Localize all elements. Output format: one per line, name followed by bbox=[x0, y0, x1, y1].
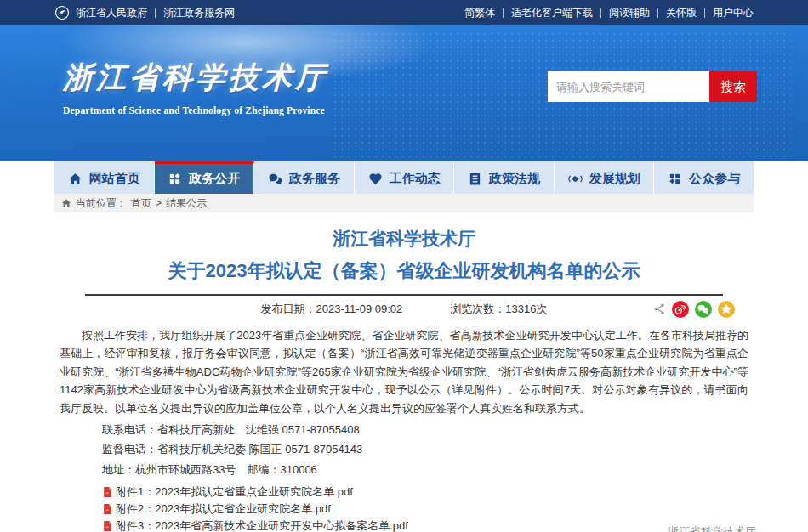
nav-item-policies[interactable]: 政策法规 bbox=[454, 161, 555, 194]
view-count-label: 浏览次数： bbox=[450, 303, 505, 315]
divider bbox=[657, 8, 658, 18]
nav-item-gov-disclosure[interactable]: 政务公开 bbox=[155, 161, 255, 194]
attachment-name: 附件2：2023年拟认定省企业研究院名单.pdf bbox=[116, 501, 331, 517]
attachment-link-1[interactable]: 附件1：2023年拟认定省重点企业研究院名单.pdf bbox=[102, 484, 748, 501]
breadcrumb-current: 结果公示 bbox=[166, 196, 207, 211]
article: 浙江省科学技术厅 关于2023年拟认定（备案）省级企业研发机构名单的公示 发布日… bbox=[54, 212, 754, 532]
wechat-icon[interactable] bbox=[695, 301, 712, 318]
pdf-icon bbox=[102, 520, 113, 532]
nav-item-public-participation[interactable]: 公众参与 bbox=[654, 161, 754, 194]
breadcrumb-label: 当前位置： bbox=[76, 196, 127, 211]
article-paragraph: 按照工作安排，我厅组织开展了2023年省重点企业研究院、省企业研究院、省高新技术… bbox=[60, 326, 748, 417]
nav-item-label: 政务公开 bbox=[189, 171, 240, 187]
search-input[interactable] bbox=[548, 71, 709, 102]
home-icon bbox=[68, 172, 83, 186]
view-count-value: 13316次 bbox=[505, 303, 547, 315]
article-title-org: 浙江省科学技术厅 bbox=[54, 228, 754, 249]
pdf-icon bbox=[102, 503, 113, 515]
nav-item-work-news[interactable]: 工作动态 bbox=[355, 161, 455, 194]
participation-seal-icon bbox=[668, 172, 682, 186]
nav-item-gov-services[interactable]: 政务服务 bbox=[254, 161, 355, 194]
divider bbox=[503, 8, 504, 18]
qzone-icon[interactable] bbox=[718, 301, 735, 318]
divider bbox=[704, 8, 705, 18]
share-buttons bbox=[653, 301, 735, 318]
breadcrumb-home-icon bbox=[61, 198, 71, 208]
link-user-center[interactable]: 用户中心 bbox=[713, 6, 754, 20]
article-meta: 发布日期：2023-11-09 09:02 浏览次数：13316次 bbox=[54, 296, 754, 323]
address-line: 地址：杭州市环城西路33号 邮编：310006 bbox=[102, 460, 748, 479]
share-icon[interactable] bbox=[653, 303, 666, 315]
weibo-icon[interactable] bbox=[672, 301, 689, 318]
gov-emblem-icon bbox=[54, 5, 70, 20]
attachment-link-2[interactable]: 附件2：2023年拟认定省企业研究院名单.pdf bbox=[102, 501, 748, 518]
topbar-left: 浙江省人民政府 浙江政务服务网 bbox=[54, 5, 235, 20]
link-elderly-client-download[interactable]: 适老化客户端下载 bbox=[511, 6, 593, 20]
contact-info: 联系电话：省科技厅高新处 沈维强 0571-87055408 监督电话：省科技厅… bbox=[102, 420, 748, 479]
site-brand: 浙江省科学技术厅 Department of Science and Techn… bbox=[63, 58, 328, 116]
nav-item-label: 网站首页 bbox=[89, 171, 140, 187]
handshake-icon bbox=[568, 172, 583, 186]
breadcrumb-separator: > bbox=[156, 197, 162, 209]
attachment-link-3[interactable]: 附件3：2023年省高新技术企业研究开发中心拟备案名单.pdf bbox=[102, 518, 748, 532]
nav-item-label: 工作动态 bbox=[390, 171, 441, 187]
publish-date-value: 2023-11-09 09:02 bbox=[316, 303, 403, 315]
divider bbox=[600, 8, 601, 18]
link-reading-assist[interactable]: 阅读辅助 bbox=[609, 6, 650, 20]
heart-icon bbox=[368, 172, 383, 186]
nav-item-label: 政务服务 bbox=[289, 171, 340, 187]
attachment-name: 附件1：2023年拟认定省重点企业研究院名单.pdf bbox=[116, 484, 353, 500]
breadcrumb: 当前位置： 首页 > 结果公示 bbox=[54, 194, 754, 212]
topbar-right: 简繁体 适老化客户端下载 阅读辅助 关怀版 用户中心 bbox=[464, 6, 754, 20]
site-title: 浙江省科学技术厅 bbox=[63, 58, 328, 98]
site-title-english: Department of Science and Technology of … bbox=[63, 105, 328, 116]
nav-item-development-plans[interactable]: 发展规划 bbox=[555, 161, 655, 194]
divider bbox=[155, 8, 156, 18]
breadcrumb-home-link[interactable]: 首页 bbox=[131, 196, 151, 211]
supervision-phone: 监督电话：省科技厅机关纪委 陈国正 0571-87054143 bbox=[102, 439, 748, 459]
nav-item-home[interactable]: 网站首页 bbox=[54, 161, 155, 194]
service-chat-icon bbox=[268, 172, 282, 186]
nav-item-label: 公众参与 bbox=[689, 171, 740, 187]
link-simplified-traditional[interactable]: 简繁体 bbox=[464, 6, 495, 20]
publish-date: 发布日期：2023-11-09 09:02 bbox=[261, 302, 403, 317]
link-zhejiang-service-site[interactable]: 浙江政务服务网 bbox=[163, 6, 235, 20]
link-care-version[interactable]: 关怀版 bbox=[666, 6, 697, 20]
contact-phone: 联系电话：省科技厅高新处 沈维强 0571-87055408 bbox=[102, 420, 748, 439]
policy-document-icon bbox=[468, 172, 482, 186]
banner: 浙江省科学技术厅 Department of Science and Techn… bbox=[0, 25, 808, 161]
search-button[interactable]: 搜索 bbox=[709, 71, 757, 102]
pdf-icon bbox=[102, 486, 113, 498]
search-bar: 搜索 bbox=[548, 71, 757, 102]
view-count: 浏览次数：13316次 bbox=[450, 302, 547, 317]
publish-date-label: 发布日期： bbox=[261, 303, 316, 315]
topbar: 浙江省人民政府 浙江政务服务网 简繁体 适老化客户端下载 阅读辅助 关怀版 用户… bbox=[0, 0, 808, 25]
link-zhejiang-gov[interactable]: 浙江省人民政府 bbox=[76, 6, 147, 20]
nav-item-label: 发展规划 bbox=[589, 171, 640, 187]
disclosure-seal-icon bbox=[168, 172, 182, 186]
article-title: 关于2023年拟认定（备案）省级企业研发机构名单的公示 bbox=[54, 259, 754, 284]
attachment-name: 附件3：2023年省高新技术企业研究开发中心拟备案名单.pdf bbox=[116, 518, 408, 532]
main-nav: 网站首页 政务公开 政务服务 工作动态 政策法规 发展规划 公众参与 bbox=[54, 161, 754, 194]
footer-text: 浙江省科学技术厅 bbox=[668, 524, 756, 532]
attachment-list: 附件1：2023年拟认定省重点企业研究院名单.pdf 附件2：2023年拟认定省… bbox=[102, 484, 748, 532]
nav-item-label: 政策法规 bbox=[489, 171, 540, 187]
